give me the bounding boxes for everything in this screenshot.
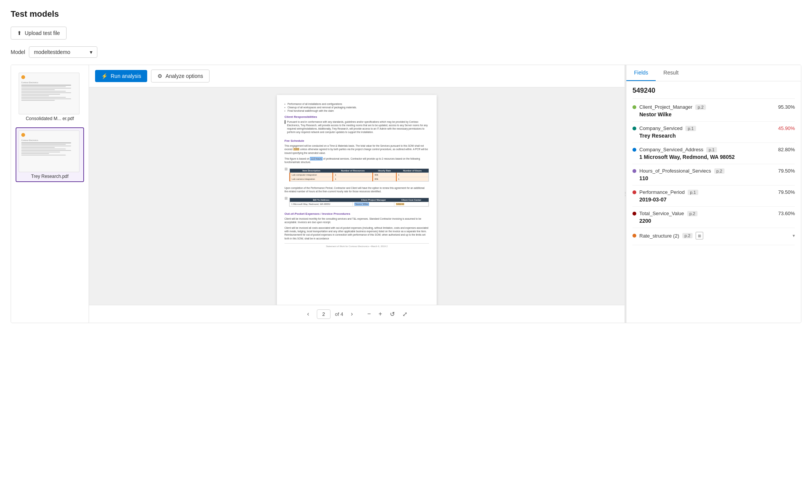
- field-name-hops: Hours_of_Professional_Serviecs: [639, 168, 711, 174]
- field-page-cs: p.1: [685, 126, 696, 131]
- field-page-cpm: p.2: [695, 105, 706, 110]
- bullet-item: Performance of all installations and con…: [284, 103, 429, 105]
- manager-highlight: Nestor Wilke: [354, 203, 369, 206]
- field-value-cs: Trey Research: [639, 133, 795, 139]
- model-value: modeltestdemo: [34, 49, 70, 55]
- prev-page-button[interactable]: ‹: [304, 309, 312, 319]
- summary-table: Bill To Address Client Project Manager C…: [289, 198, 429, 206]
- page-title: Test models: [11, 9, 801, 19]
- file-status-dot: [21, 75, 25, 79]
- field-name-pp: Performance_Period: [639, 189, 685, 195]
- analyze-options-button[interactable]: ⚙ Analyze options: [151, 70, 210, 82]
- field-item-company-serviced: Company_Serviced p.1 45.90% Trey Researc…: [632, 122, 795, 143]
- bullet-item: Cleanup of all workspaces and removal of…: [284, 106, 429, 109]
- tab-result[interactable]: Result: [656, 65, 686, 81]
- field-value-tsv: 2200: [639, 218, 795, 224]
- doc-panel: ⚡ Run analysis ⚙ Analyze options Perform…: [89, 65, 624, 323]
- fee-highlight-value: 2200: [293, 148, 299, 151]
- field-confidence-hops: 79.50%: [778, 168, 795, 174]
- field-dot-darkred: [632, 212, 636, 216]
- info-icon: i: [284, 120, 286, 124]
- fields-panel: Fields Result 549240 Client_Project_Mana…: [626, 65, 801, 323]
- section-oop: Out-of-Pocket Expenses / Invoice Procedu…: [284, 212, 429, 216]
- upload-label: Upload test file: [25, 30, 60, 36]
- client-resp-text: Pursuant to and in conformance with any …: [287, 120, 429, 134]
- current-page[interactable]: 2: [317, 309, 331, 319]
- field-confidence-cpm: 95.30%: [778, 104, 795, 110]
- field-item-company-serviced-address: Company_Serviced_Address p.1 82.80% 1 Mi…: [632, 143, 795, 164]
- table-icon-2: ⊞: [284, 196, 288, 200]
- doc-view: Performance of all installations and con…: [89, 87, 624, 305]
- run-label: Run analysis: [111, 73, 141, 79]
- chevron-down-icon[interactable]: ▾: [793, 233, 795, 238]
- doc-footer: Statement of Work for Contoso Electronic…: [284, 243, 429, 247]
- upload-icon: ⬆: [17, 30, 22, 36]
- run-icon: ⚡: [101, 73, 108, 79]
- zoom-out-button[interactable]: −: [365, 310, 373, 319]
- renewal-text: Upon completion of the Performance Perio…: [284, 186, 429, 193]
- field-value-pp: 2019-03-07: [639, 197, 795, 203]
- next-page-button[interactable]: ›: [348, 309, 356, 319]
- analyze-label: Analyze options: [165, 73, 203, 79]
- fit-button[interactable]: ⤢: [400, 310, 410, 319]
- field-dot-teal: [632, 127, 636, 130]
- field-item-hours: Hours_of_Professional_Serviecs p.2 79.50…: [632, 164, 795, 185]
- fields-tabs: Fields Result: [626, 65, 801, 81]
- field-item-rate-structure: Rate_structure (2) p.2 ⊞ ▾: [632, 228, 795, 245]
- field-confidence-pp: 79.50%: [778, 189, 795, 195]
- field-dot-pink: [632, 190, 636, 194]
- file-name-trey: Trey Research.pdf: [19, 174, 81, 179]
- section-fee-schedule: Fee Schedule: [284, 139, 429, 143]
- file-item-trey[interactable]: Contoso Electronics Trey Research.pdf: [16, 127, 84, 182]
- doc-page: Performance of all installations and con…: [277, 95, 437, 305]
- field-page-tsv: p.2: [687, 211, 698, 216]
- run-analysis-button[interactable]: ⚡ Run analysis: [95, 70, 147, 82]
- field-dot-purple: [632, 169, 636, 173]
- tab-fields[interactable]: Fields: [626, 65, 656, 81]
- sliders-icon: ⚙: [157, 73, 162, 79]
- field-confidence-csa: 82.80%: [778, 147, 795, 152]
- field-value-hops: 110: [639, 175, 795, 181]
- field-value-cpm: Nestor Wilke: [639, 111, 795, 117]
- field-confidence-tsv: 73.60%: [778, 211, 795, 216]
- field-item-total-service-value: Total_Service_Value p.2 73.60% 2200: [632, 207, 795, 228]
- chevron-down-icon: ▾: [90, 49, 92, 55]
- rate-table: Item Description Number of Resources Hou…: [289, 169, 429, 181]
- field-value-csa: 1 Microsoft Way, Redmond, WA 98052: [639, 154, 795, 160]
- field-dot-green: [632, 105, 636, 109]
- field-id-value: 549240: [632, 81, 795, 99]
- field-page-rs: p.2: [682, 233, 693, 238]
- fee-text: This engagement will be conducted on a T…: [284, 144, 429, 154]
- model-dropdown[interactable]: modeltestdemo ▾: [29, 46, 97, 58]
- field-name-rs: Rate_structure (2): [639, 233, 679, 239]
- fields-content: 549240 Client_Project_Manager p.2 95.30%…: [626, 81, 801, 323]
- cost-center-highlight: 549240: [396, 203, 404, 205]
- zoom-in-button[interactable]: +: [376, 310, 384, 319]
- model-label: Model: [11, 49, 25, 55]
- field-page-pp: p.1: [688, 190, 698, 195]
- field-name-cpm: Client_Project_Manager: [639, 104, 692, 110]
- field-item-client-project-manager: Client_Project_Manager p.2 95.30% Nestor…: [632, 100, 795, 122]
- field-page-csa: p.1: [706, 147, 717, 152]
- table-icon-1: ⊞: [284, 167, 288, 171]
- file-name-consolidated: Consolidated M... er.pdf: [19, 116, 81, 121]
- field-confidence-cs: 45.90%: [778, 125, 795, 131]
- fee-hours-text: This figure is based on 110 hours of pro…: [284, 157, 429, 164]
- table-view-icon[interactable]: ⊞: [696, 232, 703, 239]
- file-item-consolidated[interactable]: Contoso Electronics Consolida: [16, 70, 84, 124]
- oop-text-1: Client will be invoiced monthly for the …: [284, 217, 429, 224]
- field-page-hops: p.2: [714, 168, 725, 174]
- field-name-tsv: Total_Service_Value: [639, 211, 684, 216]
- field-dot-blue: [632, 148, 636, 152]
- file-list: Contoso Electronics Consolida: [11, 65, 89, 323]
- file-status-dot-2: [21, 133, 25, 137]
- field-name-cs: Company_Serviced: [639, 125, 682, 131]
- oop-text-2: Client will be invoiced all costs associ…: [284, 226, 429, 240]
- doc-nav: ‹ 2 of 4 › − + ↺ ⤢: [89, 305, 624, 323]
- field-item-performance-period: Performance_Period p.1 79.50% 2019-03-07: [632, 185, 795, 207]
- rotate-button[interactable]: ↺: [388, 310, 397, 319]
- field-dot-orange: [632, 234, 636, 238]
- upload-button[interactable]: ⬆ Upload test file: [11, 27, 67, 40]
- section-client-responsibilities: Client Responsibilities: [284, 115, 429, 119]
- page-of: of 4: [335, 311, 343, 317]
